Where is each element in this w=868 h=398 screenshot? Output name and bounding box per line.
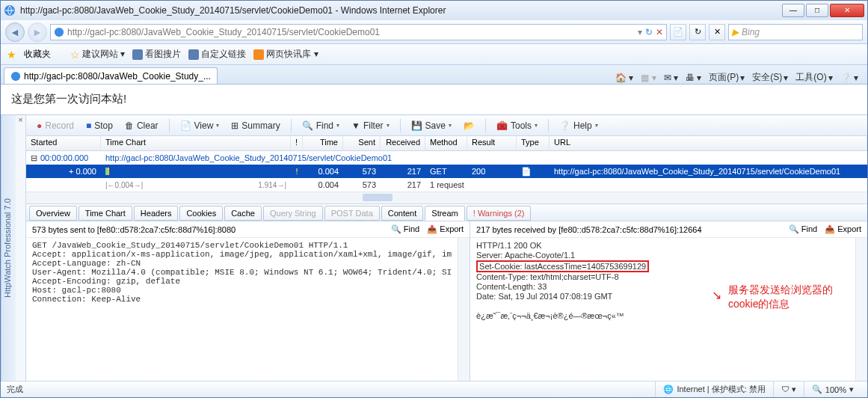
col-type[interactable]: Type <box>517 136 550 150</box>
tab-content[interactable]: Content <box>381 206 424 221</box>
help-menu-hw[interactable]: ❔Help▾ <box>555 119 603 132</box>
grid-group-row[interactable]: ⊟00:00:00.000 http://gacl-pc:8080/JavaWe… <box>26 151 867 165</box>
help-button[interactable]: ❔ ▾ <box>840 73 858 83</box>
status-zoom[interactable]: 🔍 100% ▾ <box>804 382 861 397</box>
status-bar: 完成 🌐 Internet | 保护模式: 禁用 🛡 ▾ 🔍 100% ▾ <box>1 381 867 397</box>
summary-button[interactable]: ⊞Summary <box>227 119 284 132</box>
svg-point-1 <box>55 27 64 36</box>
dropdown-icon[interactable]: ▾ <box>638 27 642 37</box>
view-menu[interactable]: 📄View▾ <box>176 119 224 132</box>
browser-tab[interactable]: http://gacl-pc:8080/JavaWeb_Cookie_Study… <box>4 67 218 84</box>
request-pane: 573 bytes sent to [fe80::d578:2ca7:c5fc:… <box>26 221 470 381</box>
ie-icon <box>10 71 21 82</box>
refresh-icon[interactable]: ↻ <box>645 27 653 37</box>
col-url[interactable]: URL <box>550 136 867 150</box>
col-received[interactable]: Received <box>381 136 425 150</box>
col-sent[interactable]: Sent <box>343 136 381 150</box>
stop-button[interactable]: ■Stop <box>81 119 117 132</box>
response-pane-header: 217 bytes received by [fe80::d578:2ca7:c… <box>476 225 702 234</box>
tab-warnings[interactable]: ! Warnings (2) <box>467 206 532 221</box>
tools-menu[interactable]: 工具(O) ▾ <box>795 71 832 84</box>
window-titlebar: http://gacl-pc:8080/JavaWeb_Cookie_Study… <box>1 1 867 20</box>
record-button[interactable]: ●Record <box>32 119 79 132</box>
mail-button[interactable]: ✉ ▾ <box>664 73 678 83</box>
tab-overview[interactable]: Overview <box>29 206 77 221</box>
export-button-left[interactable]: 📤 Export <box>427 224 464 234</box>
favorites-label[interactable]: 收藏夹 <box>24 48 51 61</box>
safety-menu[interactable]: 安全(S) ▾ <box>752 71 788 84</box>
tab-querystring[interactable]: Query String <box>263 206 323 221</box>
fav-item-2[interactable]: 自定义链接 <box>188 48 246 61</box>
ie-icon <box>4 4 16 16</box>
close-button[interactable]: ✕ <box>830 4 864 17</box>
tab-headers[interactable]: Headers <box>134 206 179 221</box>
find-button[interactable]: 🔍Find▾ <box>298 119 344 132</box>
find-button-left[interactable]: 🔍 Find <box>391 224 419 234</box>
tab-stream[interactable]: Stream <box>425 206 464 221</box>
tab-postdata[interactable]: POST Data <box>324 206 380 221</box>
detail-tabs: Overview Time Chart Headers Cookies Cach… <box>26 203 867 221</box>
grid-header: Started Time Chart ! Time Sent Received … <box>26 136 867 151</box>
page-icon <box>188 49 199 60</box>
filter-button[interactable]: ▼Filter▾ <box>347 119 394 132</box>
search-box[interactable]: ▶ Bing <box>728 24 863 40</box>
response-body[interactable]: HTTP/1.1 200 OK Server: Apache-Coyote/1.… <box>470 238 855 381</box>
request-pane-header: 573 bytes sent to [fe80::d578:2ca7:c5fc:… <box>32 225 236 234</box>
col-bang[interactable]: ! <box>291 136 303 150</box>
tools-menu-hw[interactable]: 🧰Tools▾ <box>492 119 542 132</box>
favorites-star-icon[interactable]: ★ <box>7 49 16 61</box>
bing-icon: ▶ <box>732 27 739 37</box>
back-button[interactable]: ◄ <box>5 22 25 42</box>
httpwatch-side-tab[interactable]: HttpWatch Professional 7.0 <box>1 115 16 381</box>
open-button[interactable]: 📂 <box>459 119 479 132</box>
feeds-button[interactable]: ▦ ▾ <box>641 73 656 83</box>
response-pane: 217 bytes received by [fe80::d578:2ca7:c… <box>470 221 867 381</box>
find-button-right[interactable]: 🔍 Find <box>789 224 817 234</box>
page-body-text: 这是您第一次访问本站! <box>11 92 126 105</box>
grid-summary-row: |←0.004→| 1.914→| 0.004 573 217 1 reques… <box>26 178 867 192</box>
page-type-icon: 📄 <box>521 167 532 176</box>
fav-item-1[interactable]: 看图搜片 <box>132 48 181 61</box>
search-placeholder: Bing <box>742 27 760 37</box>
export-button-right[interactable]: 📤 Export <box>825 224 861 234</box>
minimize-button[interactable]: — <box>782 4 804 17</box>
arrow-icon: ↘ <box>712 289 721 302</box>
stop-icon[interactable]: ✕ <box>656 27 663 37</box>
star-icon: ☆ <box>70 49 80 61</box>
nav-toolbar: ◄ ► ▾ ↻ ✕ 📄 ↻ ✕ ▶ Bing <box>1 20 867 44</box>
tab-timechart[interactable]: Time Chart <box>79 206 132 221</box>
window-title: http://gacl-pc:8080/JavaWeb_Cookie_Study… <box>20 5 782 16</box>
request-body[interactable]: GET /JavaWeb_Cookie_Study_20140715/servl… <box>26 238 458 381</box>
col-started[interactable]: Started <box>26 136 101 150</box>
request-vscrollbar[interactable] <box>458 238 470 381</box>
print-button[interactable]: 🖶 ▾ <box>686 73 701 83</box>
compat-view-button[interactable]: 📄 <box>670 24 686 40</box>
status-done: 完成 <box>7 384 23 395</box>
col-result[interactable]: Result <box>467 136 517 150</box>
fav-item-3[interactable]: 网页快讯库 ▾ <box>253 48 318 61</box>
status-zone[interactable]: 🌐 Internet | 保护模式: 禁用 <box>655 382 772 397</box>
clear-button[interactable]: 🗑Clear <box>120 119 163 132</box>
status-security[interactable]: 🛡 ▾ <box>773 382 804 397</box>
tab-cache[interactable]: Cache <box>224 206 262 221</box>
forward-button[interactable]: ► <box>28 22 47 42</box>
refresh-button[interactable]: ↻ <box>689 24 706 40</box>
url-input[interactable] <box>67 27 635 37</box>
address-bar[interactable]: ▾ ↻ ✕ <box>50 24 667 40</box>
grid-data-row[interactable]: + 0.000 ! 0.004 573 217 GET 200 📄 http:/… <box>26 165 867 178</box>
grid-hscrollbar[interactable] <box>26 192 867 203</box>
home-button[interactable]: 🏠 ▾ <box>615 73 633 83</box>
maximize-button[interactable]: □ <box>806 4 828 17</box>
response-vscrollbar[interactable] <box>855 238 867 381</box>
tab-cookies[interactable]: Cookies <box>179 206 223 221</box>
collapse-icon[interactable]: ⊟ <box>31 153 37 163</box>
stop-button[interactable]: ✕ <box>709 24 725 40</box>
request-grid: ⊟00:00:00.000 http://gacl-pc:8080/JavaWe… <box>26 151 867 192</box>
httpwatch-close-icon[interactable]: × <box>16 115 26 381</box>
col-timechart[interactable]: Time Chart <box>101 136 291 150</box>
col-method[interactable]: Method <box>425 136 467 150</box>
fav-item-0[interactable]: ☆建议网站 ▾ <box>70 48 125 61</box>
save-menu[interactable]: 💾Save▾ <box>407 119 456 132</box>
page-menu[interactable]: 页面(P) ▾ <box>709 71 745 84</box>
col-time[interactable]: Time <box>303 136 343 150</box>
